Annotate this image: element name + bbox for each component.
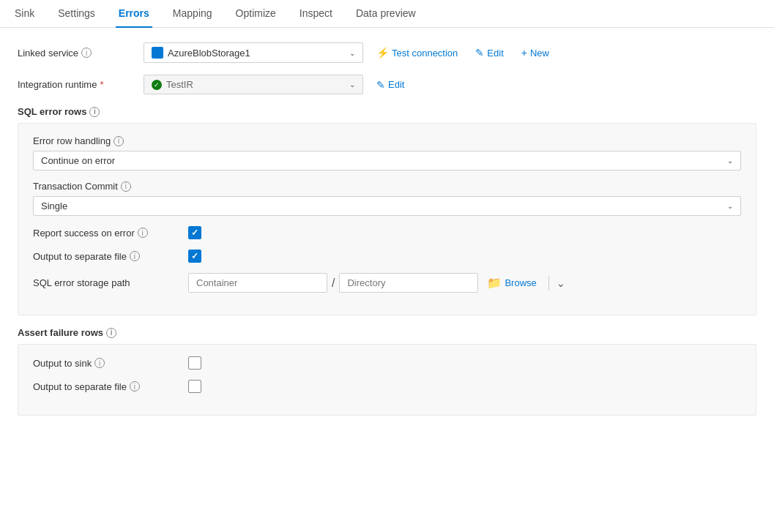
storage-path-row: SQL error storage path / 📁 Browse ⌄: [33, 273, 741, 293]
tab-settings[interactable]: Settings: [55, 0, 98, 28]
assert-output-sink-label: Output to sink i: [33, 358, 179, 369]
error-row-handling-label: Error row handling i: [33, 135, 741, 146]
output-separate-checkbox[interactable]: [188, 250, 201, 263]
linked-service-edit-button[interactable]: ✎ Edit: [471, 44, 507, 61]
error-row-handling-dropdown[interactable]: Continue on error ⌄: [33, 151, 741, 171]
tab-bar: Sink Settings Errors Mapping Optimize In…: [0, 0, 774, 28]
tab-inspect[interactable]: Inspect: [297, 0, 335, 28]
output-separate-label: Output to separate file i: [33, 251, 179, 262]
output-separate-row: Output to separate file i: [33, 250, 741, 263]
report-success-row: Report success on error i: [33, 226, 741, 239]
required-star: *: [100, 79, 103, 90]
ir-chevron-icon: ⌄: [349, 80, 355, 89]
path-separator: /: [332, 277, 335, 290]
assert-output-separate-label: Output to separate file i: [33, 381, 179, 392]
linked-service-info-icon[interactable]: i: [81, 48, 92, 58]
error-row-handling-group: Error row handling i Continue on error ⌄: [33, 135, 741, 171]
storage-path-chevron-icon[interactable]: ⌄: [557, 277, 565, 289]
storage-icon: [152, 47, 163, 59]
plus-icon: +: [521, 47, 527, 59]
plug-icon: ⚡: [376, 47, 389, 59]
assert-failure-header: Assert failure rows i: [18, 327, 756, 338]
assert-failure-section: Assert failure rows i Output to sink i O…: [18, 327, 756, 416]
transaction-commit-dropdown[interactable]: Single ⌄: [33, 196, 741, 216]
browse-divider: [548, 276, 549, 291]
storage-path-label: SQL error storage path: [33, 277, 179, 288]
integration-runtime-dropdown[interactable]: TestIR ⌄: [144, 75, 363, 94]
folder-icon: 📁: [487, 276, 502, 290]
transaction-commit-label: Transaction Commit i: [33, 181, 741, 192]
assert-failure-info-icon[interactable]: i: [106, 328, 116, 338]
sql-error-rows-header: SQL error rows i: [18, 106, 756, 117]
error-row-handling-chevron-icon: ⌄: [727, 157, 733, 165]
ir-edit-button[interactable]: ✎ Edit: [372, 76, 409, 94]
sql-error-rows-section: Error row handling i Continue on error ⌄…: [18, 123, 756, 315]
tab-optimize[interactable]: Optimize: [233, 0, 279, 28]
output-separate-info-icon[interactable]: i: [130, 251, 140, 261]
tab-mapping[interactable]: Mapping: [170, 0, 215, 28]
linked-service-label: Linked service i: [18, 48, 135, 59]
integration-runtime-row: Integration runtime * TestIR ⌄ ✎ Edit: [18, 75, 756, 94]
report-success-info-icon[interactable]: i: [138, 228, 148, 238]
sql-error-rows-info-icon[interactable]: i: [89, 107, 100, 117]
tab-errors[interactable]: Errors: [116, 0, 152, 28]
test-connection-button[interactable]: ⚡ Test connection: [372, 44, 462, 61]
main-content: Linked service i AzureBlobStorage1 ⌄ ⚡ T…: [0, 28, 774, 442]
assert-output-sink-checkbox[interactable]: [188, 356, 201, 370]
transaction-commit-info-icon[interactable]: i: [121, 181, 131, 192]
assert-output-sink-info-icon[interactable]: i: [94, 358, 105, 368]
storage-path-inputs: / 📁 Browse ⌄: [188, 273, 565, 293]
container-input[interactable]: [188, 273, 327, 293]
report-success-label: Report success on error i: [33, 228, 179, 239]
ir-pencil-icon: ✎: [376, 79, 385, 91]
tab-data-preview[interactable]: Data preview: [353, 0, 419, 28]
linked-service-row: Linked service i AzureBlobStorage1 ⌄ ⚡ T…: [18, 42, 756, 63]
assert-output-separate-checkbox[interactable]: [188, 380, 201, 393]
error-row-handling-info-icon[interactable]: i: [114, 136, 124, 146]
assert-output-separate-info-icon[interactable]: i: [130, 381, 140, 391]
browse-button[interactable]: 📁 Browse: [483, 273, 540, 293]
report-success-checkbox[interactable]: [188, 226, 201, 239]
assert-output-separate-row: Output to separate file i: [33, 380, 741, 393]
pencil-icon: ✎: [475, 47, 484, 59]
linked-service-dropdown[interactable]: AzureBlobStorage1 ⌄: [144, 42, 363, 63]
tab-sink[interactable]: Sink: [12, 0, 37, 28]
integration-runtime-label: Integration runtime *: [18, 79, 135, 90]
transaction-commit-chevron-icon: ⌄: [727, 202, 733, 210]
linked-service-chevron-icon: ⌄: [349, 49, 355, 57]
assert-failure-box: Output to sink i Output to separate file…: [18, 344, 756, 416]
new-button[interactable]: + New: [517, 44, 554, 61]
directory-input[interactable]: [339, 273, 478, 293]
assert-output-sink-row: Output to sink i: [33, 356, 741, 370]
green-status-icon: [152, 80, 162, 90]
transaction-commit-group: Transaction Commit i Single ⌄: [33, 181, 741, 216]
